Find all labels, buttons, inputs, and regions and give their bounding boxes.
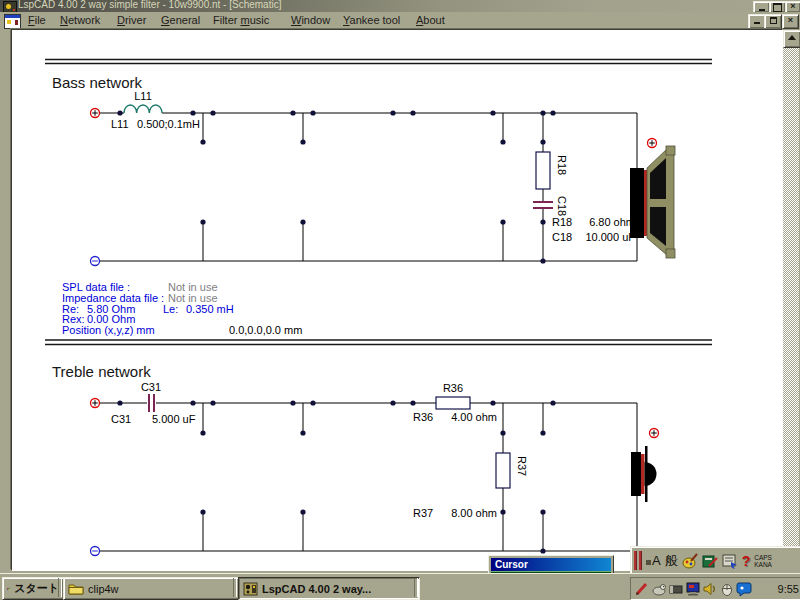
brush-palette-icon: [681, 552, 699, 570]
r18-rotated-label: R18: [556, 155, 568, 175]
kana-indicator: KANA: [754, 561, 772, 568]
ime-drag-handle[interactable]: [634, 551, 642, 570]
title-bar: LspCAD 4.00 2 way simple filter - 10w990…: [0, 0, 800, 12]
position-label: Position (x,y,z) mm: [62, 324, 155, 336]
c18-name-label: C18: [552, 231, 572, 243]
close-icon: ×: [783, 15, 798, 26]
capacitor-C31[interactable]: [149, 394, 154, 412]
mouse-tray-icon[interactable]: [719, 581, 735, 597]
menu-driver[interactable]: Driver: [117, 14, 146, 26]
l11-name-label: L11: [111, 118, 129, 130]
start-label: スタート: [14, 581, 59, 596]
start-button[interactable]: スタート: [2, 577, 64, 600]
treble-minus-terminal[interactable]: [91, 547, 100, 556]
pc-card-tray-icon[interactable]: [668, 581, 684, 597]
menu-about[interactable]: About: [416, 14, 445, 26]
resistor-R37[interactable]: [496, 453, 510, 488]
minimize-icon: [759, 2, 765, 11]
taskbar-button-lspcad[interactable]: LspCAD 4.00 2 way...: [238, 577, 420, 600]
ime-balloon-tray-icon[interactable]: [736, 581, 752, 597]
arrow-up-icon: [788, 35, 796, 40]
menu-network[interactable]: Network: [60, 14, 100, 26]
windows-logo-icon: [7, 583, 10, 595]
ime-properties-button[interactable]: [721, 552, 739, 570]
r18-name-label: R18: [552, 216, 572, 228]
vertical-scrollbar[interactable]: [783, 30, 799, 571]
c18-value-label: 10.000 uF: [585, 231, 635, 243]
mdi-restore-button[interactable]: [764, 14, 782, 29]
ime-input-mode-button[interactable]: A: [645, 553, 662, 568]
minimize-icon: [754, 15, 760, 24]
r36-value-label: 4.00 ohm: [451, 411, 497, 423]
lspcad-app-icon: [243, 582, 258, 596]
c31-value-label: 5.000 uF: [152, 413, 196, 425]
r18-value-label: 6.80 ohm: [589, 216, 635, 228]
tweeter-plus-terminal: [650, 429, 659, 438]
taskbar-separator: [58, 578, 62, 597]
taskbar-separator: [233, 578, 237, 597]
bass-section-title: Bass network: [52, 74, 143, 91]
r36-top-label: R36: [443, 382, 463, 394]
le-value: 0.350 mH: [186, 303, 234, 315]
bass-plus-terminal[interactable]: [91, 109, 100, 118]
menu-window[interactable]: Window: [291, 14, 330, 26]
taskbar-clock: 9:55: [778, 583, 800, 595]
menu-yankee-tool[interactable]: Yankee tool: [343, 14, 400, 26]
resistor-R18[interactable]: [536, 152, 550, 189]
c31-name-label: C31: [111, 413, 131, 425]
system-tray: 9:55: [630, 577, 800, 600]
ime-help-button[interactable]: ?: [741, 553, 752, 569]
critter-tray-icon[interactable]: [651, 581, 667, 597]
taskbar: スタート clip4w LspCAD 4.00 2 way...: [0, 573, 800, 600]
maximize-icon: [773, 3, 782, 12]
schematic-canvas: Bass network Treble network: [12, 30, 783, 571]
document-icon: [4, 14, 21, 29]
bass-junction-dots: [117, 110, 555, 263]
r37-name-label: R37: [413, 507, 433, 519]
bass-driver-info: SPL data file : Not in use Impedance dat…: [62, 281, 302, 336]
folder-icon: [68, 582, 84, 595]
window-title: LspCAD 4.00 2 way simple filter - 10w990…: [18, 0, 281, 11]
cursor-window-title: Cursor: [495, 559, 528, 570]
taskbar-button-label: clip4w: [88, 583, 119, 595]
close-icon: ×: [786, 2, 800, 11]
caps-indicator: CAPS: [754, 554, 772, 561]
menu-file[interactable]: File: [28, 14, 46, 26]
scroll-up-button[interactable]: [783, 30, 800, 48]
bass-minus-terminal[interactable]: [91, 257, 100, 266]
c31-top-label: C31: [141, 381, 161, 393]
pen-tray-icon[interactable]: [634, 581, 650, 597]
capacitor-C18[interactable]: [533, 202, 553, 208]
app-icon: [3, 1, 17, 12]
r36-name-label: R36: [413, 411, 433, 423]
resistor-R36[interactable]: [436, 397, 470, 409]
r37-rotated-label: R37: [516, 456, 528, 476]
taskbar-separator: [414, 578, 418, 597]
ime-toolbar: A 般 ? CAPS KANA: [630, 546, 800, 575]
properties-panel-icon: [721, 552, 739, 570]
ime-lock-indicators: CAPS KANA: [753, 554, 772, 568]
cursor-window-titlebar[interactable]: Cursor: [491, 558, 611, 571]
l11-value-label: 0.500;0.1mH: [137, 118, 200, 130]
dictionary-book-icon: [701, 552, 719, 570]
ime-dictionary-button[interactable]: [701, 552, 719, 570]
ime-pad-button[interactable]: [681, 552, 699, 570]
inductor-L11[interactable]: [124, 105, 162, 113]
menu-general[interactable]: General: [161, 14, 200, 26]
r37-value-label: 8.00 ohm: [451, 507, 497, 519]
mdi-close-button[interactable]: ×: [782, 14, 799, 29]
taskbar-button-clip4w[interactable]: clip4w: [63, 577, 240, 600]
ime-mode-box-icon: [646, 560, 651, 565]
display-tray-icon[interactable]: [685, 581, 701, 597]
tweeter-icon[interactable]: [631, 446, 657, 502]
volume-tray-icon[interactable]: [702, 581, 718, 597]
treble-plus-terminal[interactable]: [91, 399, 100, 408]
menu-filter-music[interactable]: Filter music: [213, 14, 269, 26]
ime-conversion-mode-button[interactable]: 般: [664, 552, 679, 570]
menu-bar: File Network Driver General Filter music…: [0, 12, 800, 29]
c18-rotated-label: C18: [556, 196, 568, 216]
treble-wires: [100, 403, 638, 551]
restore-icon: [770, 17, 777, 24]
le-label: Le:: [163, 303, 178, 315]
desktop: { "window": { "title": "LspCAD 4.00 2 wa…: [0, 0, 800, 600]
